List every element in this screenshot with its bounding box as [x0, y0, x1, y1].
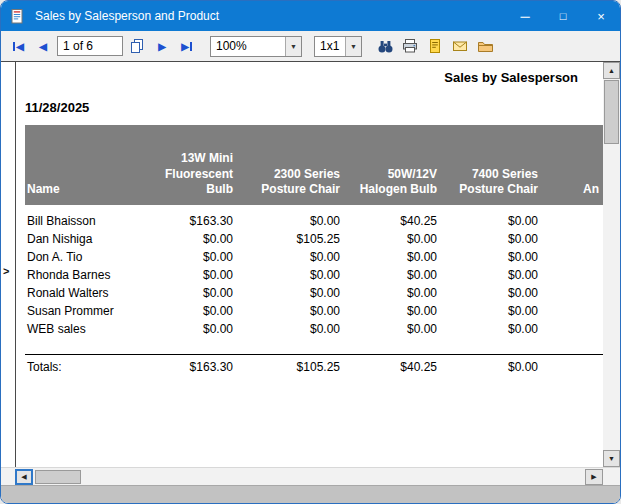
minimize-button[interactable]: ─ — [506, 1, 544, 31]
vertical-scrollbar-track[interactable] — [603, 144, 620, 450]
totals-amount: $40.25 — [342, 360, 439, 374]
scrollbar-corner — [603, 468, 620, 486]
sales-amount: $0.00 — [145, 286, 235, 300]
page-number-input[interactable] — [57, 36, 123, 56]
last-page-button[interactable]: ▶ — [176, 35, 198, 57]
sales-amount: $0.00 — [235, 322, 342, 336]
sales-amount: $0.00 — [342, 250, 439, 264]
column-header-product-2: 2300 Series Posture Chair — [235, 167, 342, 198]
sales-amount: $163.30 — [145, 214, 235, 228]
salesperson-name: Susan Prommer — [25, 304, 145, 318]
sales-amount: $0.00 — [439, 214, 540, 228]
maximize-button[interactable]: □ — [544, 1, 582, 31]
table-row: Bill Bhaisson$163.30$0.00$40.25$0.00 — [25, 212, 603, 230]
window-resize-bar — [1, 485, 620, 503]
search-button[interactable] — [374, 35, 396, 57]
totals-row: Totals: $163.30 $105.25 $40.25 $0.00 — [25, 354, 603, 374]
scroll-left-button[interactable]: ◀ — [15, 469, 33, 485]
copy-icon — [129, 38, 145, 54]
titlebar[interactable]: Sales by Salesperson and Product ─ □ × — [1, 1, 620, 31]
folder-icon — [477, 38, 494, 54]
salesperson-name: Ronald Walters — [25, 286, 145, 300]
first-page-icon: ◀ — [16, 41, 24, 52]
totals-label: Totals: — [25, 360, 145, 374]
next-page-button[interactable]: ▶ — [151, 35, 173, 57]
report-viewer-window: Sales by Salesperson and Product ─ □ × ◀… — [0, 0, 621, 504]
sales-amount: $0.00 — [439, 304, 540, 318]
previous-page-button[interactable]: ◀ — [32, 35, 54, 57]
table-row: Susan Prommer$0.00$0.00$0.00$0.00 — [25, 302, 603, 320]
first-page-bar-icon — [13, 42, 15, 51]
copy-button[interactable] — [126, 35, 148, 57]
column-header-product-4: 7400 Series Posture Chair — [439, 167, 540, 198]
sales-amount: $40.25 — [342, 214, 439, 228]
report-viewport: > Sales by Salesperson 11/28/2025 Name 1… — [1, 61, 620, 467]
column-header-name: Name — [25, 182, 145, 198]
close-button[interactable]: × — [582, 1, 620, 31]
vertical-scrollbar[interactable]: ▲ ▼ — [603, 62, 620, 467]
column-header-product-5: An — [540, 182, 603, 198]
export-button[interactable] — [424, 35, 446, 57]
totals-amount: $163.30 — [145, 360, 235, 374]
open-folder-button[interactable] — [474, 35, 496, 57]
vertical-scrollbar-thumb[interactable] — [604, 80, 619, 144]
email-button[interactable] — [449, 35, 471, 57]
scroll-up-button[interactable]: ▲ — [603, 62, 620, 79]
report-date: 11/28/2025 — [25, 100, 603, 115]
print-button[interactable] — [399, 35, 421, 57]
table-row: Don A. Tio$0.00$0.00$0.00$0.00 — [25, 248, 603, 266]
sales-amount: $0.00 — [342, 286, 439, 300]
group-tree-splitter[interactable]: > — [1, 62, 15, 467]
toolbar: ◀ ◀ ▶ ▶ 100% ▼ 1x1 ▼ — [1, 31, 620, 61]
salesperson-name: Dan Nishiga — [25, 232, 145, 246]
horizontal-scrollbar-track[interactable] — [81, 468, 585, 486]
group-tree-toggle[interactable]: > — [3, 265, 9, 277]
table-row: Rhonda Barnes$0.00$0.00$0.00$0.00 — [25, 266, 603, 284]
last-page-icon: ▶ — [181, 41, 189, 52]
binoculars-icon — [377, 38, 394, 54]
sales-amount: $0.00 — [439, 286, 540, 300]
layout-dropdown-arrow-icon[interactable]: ▼ — [345, 37, 361, 56]
first-page-button[interactable]: ◀ — [7, 35, 29, 57]
report-page: Sales by Salesperson 11/28/2025 Name 13W… — [15, 62, 603, 467]
sales-amount: $0.00 — [235, 250, 342, 264]
sales-amount: $0.00 — [235, 304, 342, 318]
sales-amount: $105.25 — [235, 232, 342, 246]
table-row: Dan Nishiga$0.00$105.25$0.00$0.00 — [25, 230, 603, 248]
report-title: Sales by Salesperson — [25, 70, 578, 85]
next-page-icon: ▶ — [158, 41, 166, 52]
sales-amount: $0.00 — [342, 322, 439, 336]
envelope-icon — [452, 38, 468, 54]
salesperson-name: WEB sales — [25, 322, 145, 336]
column-header-product-3: 50W/12V Halogen Bulb — [342, 167, 439, 198]
sales-amount: $0.00 — [342, 304, 439, 318]
totals-amount-clipped — [540, 360, 603, 374]
horizontal-scrollbar[interactable]: ◀ ▶ — [1, 467, 620, 485]
page-layout-select[interactable]: 1x1 ▼ — [314, 36, 362, 57]
sales-amount: $0.00 — [145, 268, 235, 282]
column-header-band: Name 13W Mini Fluorescent Bulb 2300 Seri… — [25, 125, 603, 205]
sales-amount: $0.00 — [145, 250, 235, 264]
report-rows: Bill Bhaisson$163.30$0.00$40.25$0.00Dan … — [25, 212, 603, 338]
table-row: Ronald Walters$0.00$0.00$0.00$0.00 — [25, 284, 603, 302]
scroll-down-button[interactable]: ▼ — [603, 450, 620, 467]
sales-amount: $0.00 — [439, 322, 540, 336]
column-header-product-1: 13W Mini Fluorescent Bulb — [145, 151, 235, 198]
totals-amount: $105.25 — [235, 360, 342, 374]
report-page-content: Sales by Salesperson 11/28/2025 Name 13W… — [16, 62, 603, 374]
scroll-right-button[interactable]: ▶ — [585, 469, 603, 485]
horizontal-scrollbar-pad — [1, 468, 15, 486]
sales-amount: $0.00 — [342, 268, 439, 282]
zoom-dropdown-arrow-icon[interactable]: ▼ — [285, 37, 301, 56]
table-row: WEB sales$0.00$0.00$0.00$0.00 — [25, 320, 603, 338]
horizontal-scrollbar-thumb[interactable] — [35, 470, 81, 484]
sales-amount: $0.00 — [145, 304, 235, 318]
window-title: Sales by Salesperson and Product — [35, 9, 506, 23]
sales-amount: $0.00 — [235, 268, 342, 282]
window-controls: ─ □ × — [506, 1, 620, 31]
sales-amount: $0.00 — [439, 232, 540, 246]
salesperson-name: Don A. Tio — [25, 250, 145, 264]
sales-amount: $0.00 — [439, 268, 540, 282]
zoom-select[interactable]: 100% ▼ — [210, 36, 302, 57]
sales-amount: $0.00 — [342, 232, 439, 246]
